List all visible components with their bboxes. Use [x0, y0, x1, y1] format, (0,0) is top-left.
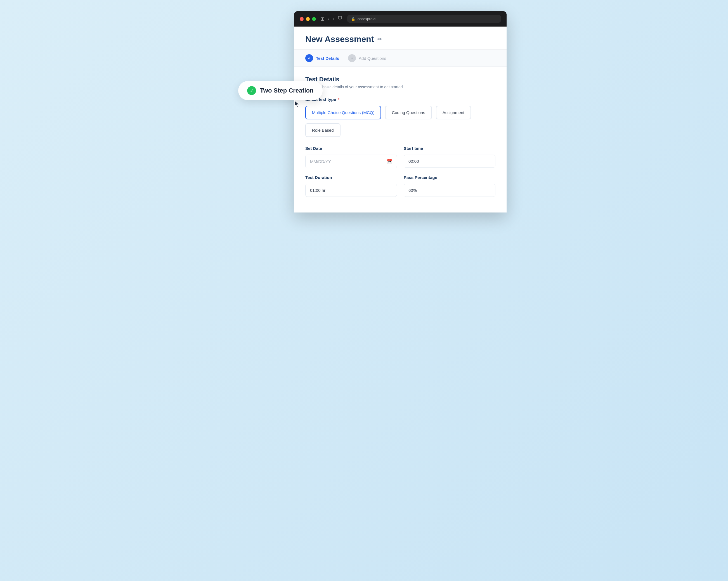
required-indicator: *	[338, 97, 339, 102]
test-type-role-based[interactable]: Role Based	[305, 123, 340, 137]
section-description: Enter the basic details of your assessme…	[305, 85, 495, 89]
steps-bar: ✓ Test Details ○ Add Questions	[294, 50, 506, 67]
browser-chrome: ⊞ ‹ › ⛉ 🔒 codexpro.ai	[294, 11, 506, 27]
traffic-lights	[300, 17, 316, 21]
sidebar-toggle-icon[interactable]: ⊞	[320, 16, 324, 22]
step-1-label: Test Details	[316, 56, 339, 61]
set-date-input[interactable]: MM/DD/YY 📅	[305, 155, 397, 168]
date-time-row: Set Date MM/DD/YY 📅 Start time 00:00	[305, 146, 495, 168]
pass-percentage-group: Pass Percentage 60%	[404, 175, 495, 197]
test-type-mcq[interactable]: Multiple Choice Questions (MCQ)	[305, 106, 381, 119]
address-bar[interactable]: 🔒 codexpro.ai	[347, 15, 501, 23]
edit-title-icon[interactable]: ✏	[378, 36, 382, 43]
form-area: Test Details Enter the basic details of …	[294, 67, 506, 212]
date-placeholder: MM/DD/YY	[310, 159, 331, 164]
start-time-group: Start time 00:00	[404, 146, 495, 168]
maximize-button[interactable]	[312, 17, 316, 21]
test-duration-group: Test Duration 01:00 hr	[305, 175, 397, 197]
page-title: New Assessment	[305, 34, 374, 44]
shield-icon: ✓	[247, 86, 256, 95]
test-type-options: Multiple Choice Questions (MCQ) Coding Q…	[305, 106, 495, 137]
test-type-coding[interactable]: Coding Questions	[385, 106, 432, 119]
two-step-creation-badge: ✓ Two Step Creation	[238, 81, 322, 100]
start-time-label: Start time	[404, 146, 495, 151]
duration-pass-row: Test Duration 01:00 hr Pass Percentage 6…	[305, 175, 495, 197]
test-type-assignment[interactable]: Assignment	[436, 106, 471, 119]
test-duration-input[interactable]: 01:00 hr	[305, 184, 397, 197]
start-time-value: 00:00	[409, 159, 419, 163]
page-header: New Assessment ✏	[294, 27, 506, 50]
step-add-questions[interactable]: ○ Add Questions	[348, 54, 386, 62]
step-test-details[interactable]: ✓ Test Details	[305, 54, 339, 62]
url-text: codexpro.ai	[358, 17, 376, 21]
test-type-section: Select test type * Multiple Choice Quest…	[305, 97, 495, 137]
close-button[interactable]	[300, 17, 304, 21]
start-time-input[interactable]: 00:00	[404, 155, 495, 168]
step-2-circle: ○	[348, 54, 356, 62]
pass-percentage-value: 60%	[409, 188, 417, 193]
lock-icon: 🔒	[351, 17, 355, 21]
test-duration-label: Test Duration	[305, 175, 397, 180]
set-date-group: Set Date MM/DD/YY 📅	[305, 146, 397, 168]
pass-percentage-label: Pass Percentage	[404, 175, 495, 180]
test-duration-value: 01:00 hr	[310, 188, 326, 193]
step-2-label: Add Questions	[359, 56, 386, 61]
pass-percentage-input[interactable]: 60%	[404, 184, 495, 197]
minimize-button[interactable]	[306, 17, 310, 21]
forward-icon[interactable]: ›	[333, 17, 334, 22]
set-date-label: Set Date	[305, 146, 397, 151]
privacy-shield-icon[interactable]: ⛉	[338, 16, 343, 22]
back-icon[interactable]: ‹	[328, 17, 329, 22]
step-1-circle: ✓	[305, 54, 313, 62]
tooltip-label: Two Step Creation	[260, 87, 314, 94]
section-title: Test Details	[305, 76, 495, 83]
calendar-icon: 📅	[387, 159, 392, 164]
page-content: New Assessment ✏ ✓ Test Details ○ Add Qu…	[294, 27, 506, 212]
test-type-label: Select test type *	[305, 97, 495, 102]
browser-controls: ⊞ ‹ › ⛉	[320, 16, 343, 22]
browser-window: ⊞ ‹ › ⛉ 🔒 codexpro.ai New Assessment ✏ ✓	[294, 11, 506, 212]
